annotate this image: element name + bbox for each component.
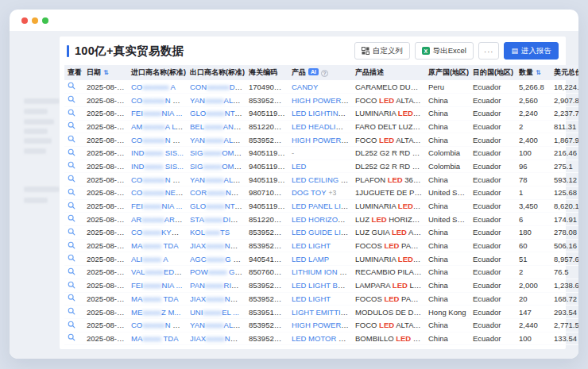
product-link[interactable]: LED GUIDE LIGHT T <box>292 228 352 236</box>
product-link[interactable]: LED HORIZONTAL L <box>292 215 352 224</box>
importer-cell-link[interactable]: COxxxxxxN E... <box>131 321 184 329</box>
exporter-cell-link[interactable]: YANxxxxxAL LI... <box>190 175 246 184</box>
product-link[interactable]: LED LIGHT <box>292 294 331 303</box>
sort-icon[interactable]: ⇅ <box>103 69 109 76</box>
more-products-badge[interactable]: +1 <box>349 202 352 210</box>
exporter-cell-link[interactable]: JIAXxxxxxNGT... <box>190 334 246 343</box>
exporter-cell-link[interactable]: POWxxxxx GR... <box>190 267 246 276</box>
exporter-cell-link[interactable]: YANxxxxxAL LI... <box>190 321 246 329</box>
export-excel-button[interactable]: X 导出Excel <box>415 42 474 60</box>
product-link[interactable]: HIGH POWER LED F <box>292 136 352 144</box>
view-details-button[interactable] <box>68 188 75 196</box>
minimize-window-icon[interactable] <box>32 17 38 24</box>
exporter-cell-link[interactable]: YANxxxxxAL LI... <box>190 136 246 144</box>
view-details-button[interactable] <box>68 202 75 209</box>
product-link[interactable]: HIGH POWER LED F <box>292 321 352 329</box>
info-circle-icon[interactable]: ? <box>321 70 328 77</box>
product-link[interactable]: LED LIGHT BULB <box>292 281 352 290</box>
product-link[interactable]: HIGH POWER LED F <box>292 96 352 105</box>
importer-cell-link[interactable]: MExxxxxZ M... <box>131 308 180 317</box>
exporter-cell-link[interactable]: BELxxxxxAND... <box>190 122 246 131</box>
column-header-exporter[interactable]: 出口商名称(标准)⇅ <box>187 65 246 80</box>
view-details-button[interactable] <box>68 95 75 103</box>
importer-cell-link[interactable]: COxxxxxxNES... <box>131 188 187 197</box>
product-link[interactable]: LED CEILING LIGHT <box>292 175 352 184</box>
more-products-badge[interactable]: +1 <box>346 110 352 117</box>
exporter-cell-link[interactable]: CONxxxxxxDEL ... <box>190 83 246 91</box>
product-link[interactable]: LED LIGHTING <box>292 109 346 117</box>
importer-cell-link[interactable]: AMxxxxxxA LTDA <box>131 122 187 131</box>
view-details-button[interactable] <box>68 161 75 169</box>
importer-cell-link[interactable]: FEIxxxxxNIA ... <box>131 109 182 117</box>
product-link[interactable]: LED HEADLIGHT <box>292 122 352 131</box>
exporter-cell-link[interactable]: SIGxxxxxOMB... <box>190 162 246 171</box>
exporter-cell-link[interactable]: KOLxxxxTS <box>190 228 230 236</box>
exporter-cell-link[interactable]: JIAXxxxxxNGT... <box>190 241 246 250</box>
view-details-button[interactable] <box>68 333 75 341</box>
exporter-cell-link[interactable]: CORxxxxxNES... <box>190 188 246 197</box>
column-header-quantity[interactable]: 数量⇅ <box>516 65 551 80</box>
view-details-button[interactable] <box>68 121 75 129</box>
close-window-icon[interactable] <box>21 17 28 24</box>
sort-icon[interactable]: ⇅ <box>536 69 541 76</box>
customize-columns-button[interactable]: 自定义列 <box>354 42 410 60</box>
product-link[interactable]: LED LIGHT <box>292 241 331 250</box>
importer-cell-link[interactable]: FEIxxxxxNIA ... <box>131 202 182 210</box>
view-details-button[interactable] <box>68 175 75 183</box>
zoom-window-icon[interactable] <box>42 17 48 24</box>
exporter-cell-link[interactable]: AGCxxxxxG C... <box>190 255 245 263</box>
view-details-button[interactable] <box>68 321 75 329</box>
view-details-button[interactable] <box>68 148 75 156</box>
product-description-cell: LUMINARIA LED LUI <box>352 106 425 120</box>
column-header-date[interactable]: 日期⇅ <box>83 65 128 80</box>
importer-cell-link[interactable]: MAxxxxx TDA <box>131 241 178 250</box>
importer-cell-link[interactable]: MAxxxxx TDA <box>131 294 178 303</box>
exporter-cell-link[interactable]: YANxxxxxAL LI... <box>190 96 246 105</box>
more-products-badge[interactable]: +3 <box>328 189 336 197</box>
importer-cell-link[interactable]: ARxxxxxxARA... <box>131 215 186 224</box>
importer-cell-link[interactable]: COxxxxxxN E... <box>131 175 184 184</box>
importer-cell-link[interactable]: COxxxxxxx A <box>131 83 176 91</box>
importer-cell-link[interactable]: MAxxxxx TDA <box>131 334 178 343</box>
view-details-button[interactable] <box>68 228 75 236</box>
view-details-button[interactable] <box>68 254 75 262</box>
product-link[interactable]: LED <box>292 162 306 171</box>
importer-cell-link[interactable]: INDxxxxx SIS... <box>131 148 184 157</box>
importer-cell-link[interactable]: COxxxxxxN E... <box>131 96 184 105</box>
view-details-button[interactable] <box>68 294 75 302</box>
view-details-button[interactable] <box>68 109 75 117</box>
exporter-cell-link[interactable]: PANxxxxxRIC... <box>190 281 243 290</box>
product-link[interactable]: LIGHT EMITTIN <box>292 308 348 317</box>
product-link[interactable]: LED PANEL LIG <box>292 202 348 210</box>
view-details-button[interactable] <box>68 307 75 315</box>
view-details-button[interactable] <box>68 267 75 275</box>
column-header-importer[interactable]: 进口商名称(标准)⇅ <box>128 65 187 80</box>
importer-cell-link[interactable]: INDxxxxx SIS... <box>131 162 184 171</box>
more-actions-button[interactable]: ··· <box>478 42 500 60</box>
product-link[interactable]: LED MOTOR BULB <box>292 334 352 343</box>
importer-cell-link[interactable]: ALIxxxxx A <box>131 255 168 263</box>
enter-report-label: 进入报告 <box>521 46 551 56</box>
enter-report-button[interactable]: ▤ 进入报告 <box>504 42 559 60</box>
view-details-button[interactable] <box>68 281 75 289</box>
importer-cell-link[interactable]: VALxxxxxEDR... <box>131 267 186 276</box>
exporter-cell-link[interactable]: SIGxxxxxOMB... <box>190 148 246 157</box>
importer-cell-link[interactable]: COxxxxxKYWI... <box>131 228 187 236</box>
more-products-badge[interactable]: +1 <box>348 309 352 317</box>
column-header-usd_total[interactable]: 美元总价⇅ <box>551 65 578 80</box>
product-link[interactable]: LITHIUM ION BATTE <box>292 267 352 276</box>
view-details-button[interactable] <box>68 241 75 249</box>
exporter-cell-link[interactable]: STAxxxxxDIST... <box>190 215 246 224</box>
exporter-cell-link[interactable]: GLOxxxxxNT ... <box>190 109 243 117</box>
product-link[interactable]: LED LAMP <box>292 255 329 263</box>
product-link[interactable]: DOG TOY <box>292 188 326 197</box>
product-link[interactable]: CANDY <box>292 83 318 91</box>
view-details-button[interactable] <box>68 82 75 90</box>
exporter-cell-link[interactable]: GLOxxxxxNT ... <box>190 202 243 210</box>
view-details-button[interactable] <box>68 214 75 222</box>
importer-cell-link[interactable]: FEIxxxxxNIA ... <box>131 281 182 290</box>
importer-cell-link[interactable]: COxxxxxxN E... <box>131 136 184 144</box>
exporter-cell-link[interactable]: JIAXxxxxxNGT... <box>190 294 246 303</box>
view-details-button[interactable] <box>68 135 75 143</box>
exporter-cell-link[interactable]: UNIxxxxxEL ... <box>190 308 239 317</box>
